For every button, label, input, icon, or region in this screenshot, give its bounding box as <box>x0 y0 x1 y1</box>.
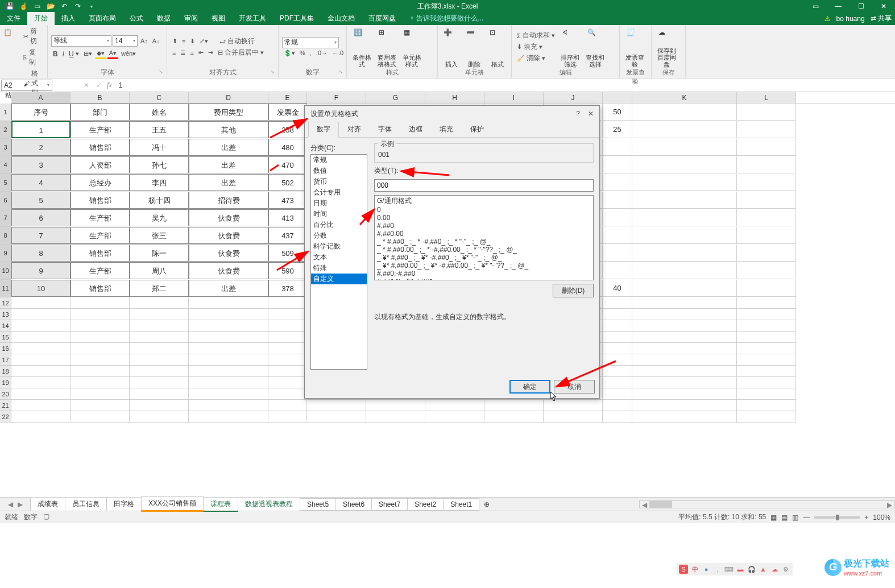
col-H[interactable]: H <box>425 92 484 103</box>
cell[interactable] <box>632 320 737 332</box>
cell[interactable] <box>130 366 189 377</box>
row-head[interactable]: 21 <box>0 400 11 411</box>
cell[interactable] <box>189 297 268 309</box>
cell[interactable] <box>71 320 130 332</box>
cell[interactable]: 其他 <box>189 121 268 138</box>
zoom-level[interactable]: 100% <box>873 514 890 521</box>
insert-cells-button[interactable]: ➕插入 <box>441 26 462 68</box>
new-icon[interactable]: ▭ <box>31 1 43 11</box>
cell[interactable]: 出差 <box>189 280 268 297</box>
cell[interactable] <box>737 354 796 366</box>
qat-more-icon[interactable]: ▾ <box>85 1 98 11</box>
user-name[interactable]: bo huang <box>836 15 865 23</box>
sheet-tab[interactable]: Sheet5 <box>300 498 336 511</box>
cell[interactable] <box>130 343 189 354</box>
tab-first-icon[interactable]: ◀ <box>6 500 15 508</box>
close-icon[interactable]: ✕ <box>872 0 895 13</box>
row-head[interactable]: 19 <box>0 377 11 388</box>
bold-button[interactable]: B <box>51 49 60 59</box>
confirm-edit-icon[interactable]: ✓ <box>93 81 105 89</box>
row-head[interactable]: 3 <box>0 139 11 156</box>
zoom-out-icon[interactable]: — <box>803 514 810 521</box>
cell[interactable] <box>11 400 71 411</box>
cell[interactable]: 470 <box>268 156 307 173</box>
fill-color-button[interactable]: ◆▾ <box>95 49 106 59</box>
row-head[interactable]: 5 <box>0 174 11 192</box>
cell[interactable] <box>603 366 632 377</box>
cell[interactable]: 销售部 <box>71 192 130 209</box>
cell[interactable] <box>632 388 737 400</box>
align-bottom-icon[interactable]: ⬇ <box>188 37 197 45</box>
cell[interactable] <box>11 309 71 320</box>
cell[interactable] <box>189 309 268 320</box>
tab-data[interactable]: 数据 <box>150 12 177 25</box>
type-item[interactable]: _ ¥* #,##0.00_ ;_ ¥* -#,##0.00_ ;_ ¥* "-… <box>375 262 592 270</box>
row-head[interactable]: 22 <box>0 411 11 423</box>
dlg-tab-align[interactable]: 对齐 <box>339 122 370 137</box>
tab-last-icon[interactable]: ▶ <box>15 500 25 508</box>
cell[interactable] <box>425 400 484 411</box>
ime-icon[interactable]: S <box>679 565 688 574</box>
cell[interactable] <box>130 297 189 309</box>
undo-icon[interactable]: ↶ <box>58 1 71 11</box>
sheet-tab-active[interactable]: 课程表 <box>203 497 238 512</box>
cell[interactable] <box>268 297 307 309</box>
cell[interactable] <box>307 411 366 423</box>
cell[interactable] <box>11 411 71 423</box>
cell[interactable] <box>603 262 632 279</box>
cell[interactable]: 1 <box>11 121 71 138</box>
merge-button[interactable]: ⊟ 合并后居中▾ <box>216 47 266 58</box>
row-head[interactable]: 17 <box>0 354 11 366</box>
cell[interactable] <box>268 411 307 423</box>
paste-button[interactable]: 📋 粘贴 <box>3 26 19 98</box>
cell[interactable] <box>71 411 130 423</box>
cell[interactable] <box>71 400 130 411</box>
cell[interactable] <box>268 400 307 411</box>
cell[interactable] <box>71 377 130 388</box>
cell[interactable] <box>307 400 366 411</box>
category-item[interactable]: 时间 <box>311 209 367 220</box>
category-item[interactable]: 常规 <box>311 155 367 165</box>
dlg-tab-border[interactable]: 边框 <box>400 122 431 137</box>
dialog-close-icon[interactable]: ✕ <box>588 110 594 118</box>
increase-font-icon[interactable]: A↑ <box>139 37 150 45</box>
cell[interactable]: 5 <box>11 192 71 209</box>
tab-baidu[interactable]: 百度网盘 <box>362 12 403 25</box>
cell[interactable]: 王五 <box>130 121 189 138</box>
cell[interactable] <box>130 377 189 388</box>
cell[interactable] <box>737 309 796 320</box>
cell[interactable]: 杨十四 <box>130 192 189 209</box>
tab-pdf[interactable]: PDF工具集 <box>273 12 321 25</box>
row-head[interactable]: 11 <box>0 280 11 297</box>
cell[interactable] <box>425 411 484 423</box>
cell[interactable]: 10 <box>11 280 71 297</box>
cell[interactable]: 25 <box>603 121 632 138</box>
cell[interactable]: 李四 <box>130 174 189 191</box>
type-item[interactable]: #,##0 <box>375 222 592 230</box>
tab-view[interactable]: 视图 <box>205 12 232 25</box>
cell[interactable] <box>11 320 71 332</box>
cell[interactable] <box>632 366 737 377</box>
col-A[interactable]: A <box>11 92 71 103</box>
dlg-tab-fill[interactable]: 填充 <box>431 122 462 137</box>
redo-icon[interactable]: ↷ <box>72 1 84 11</box>
cell[interactable] <box>603 245 632 262</box>
italic-button[interactable]: I <box>61 49 66 59</box>
cell[interactable]: 销售部 <box>71 139 130 156</box>
col-E[interactable]: E <box>268 92 307 103</box>
number-format-combo[interactable]: 常规▾ <box>282 37 339 48</box>
font-launcher-icon[interactable]: ↘ <box>159 67 163 76</box>
cell[interactable] <box>632 354 737 366</box>
category-item-selected[interactable]: 自定义 <box>311 274 367 284</box>
cell[interactable]: 伙食费 <box>189 209 268 226</box>
cell[interactable] <box>737 388 796 400</box>
cell[interactable] <box>603 227 632 244</box>
cell[interactable]: 502 <box>268 174 307 191</box>
cell[interactable] <box>737 400 796 411</box>
cell[interactable] <box>603 377 632 388</box>
tab-insert[interactable]: 插入 <box>55 12 82 25</box>
cell[interactable] <box>603 139 632 156</box>
cell[interactable] <box>632 174 737 191</box>
cell[interactable] <box>544 411 603 423</box>
cell[interactable]: 9 <box>11 262 71 279</box>
